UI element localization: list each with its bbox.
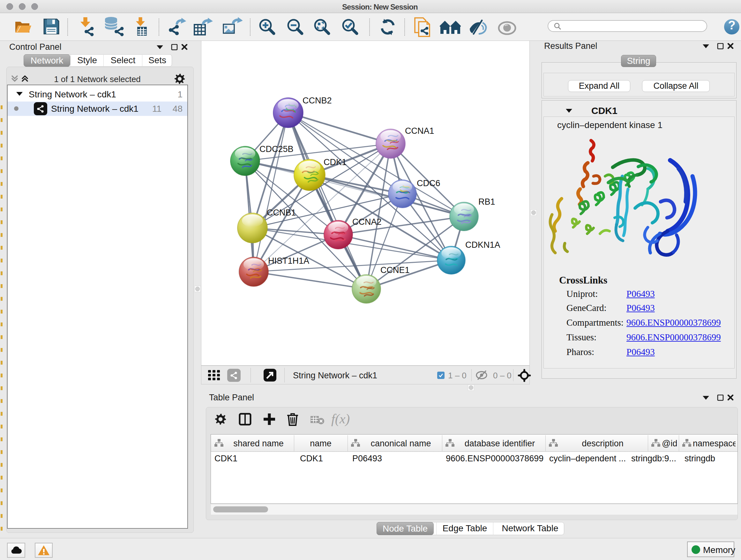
svg-text:CDK1: CDK1 [324,158,347,167]
svg-text:HIST1H1A: HIST1H1A [268,256,309,266]
svg-text:CCNE1: CCNE1 [381,265,410,275]
svg-text:RB1: RB1 [478,197,495,206]
svg-text:CDC6: CDC6 [417,179,441,188]
svg-text:CDC25B: CDC25B [259,144,293,154]
svg-text:CDKN1A: CDKN1A [465,240,500,250]
svg-text:CCNB2: CCNB2 [302,96,332,105]
svg-text:CCNB1: CCNB1 [267,208,296,217]
svg-text:CCNA2: CCNA2 [352,217,382,227]
svg-text:CCNA1: CCNA1 [405,126,434,136]
